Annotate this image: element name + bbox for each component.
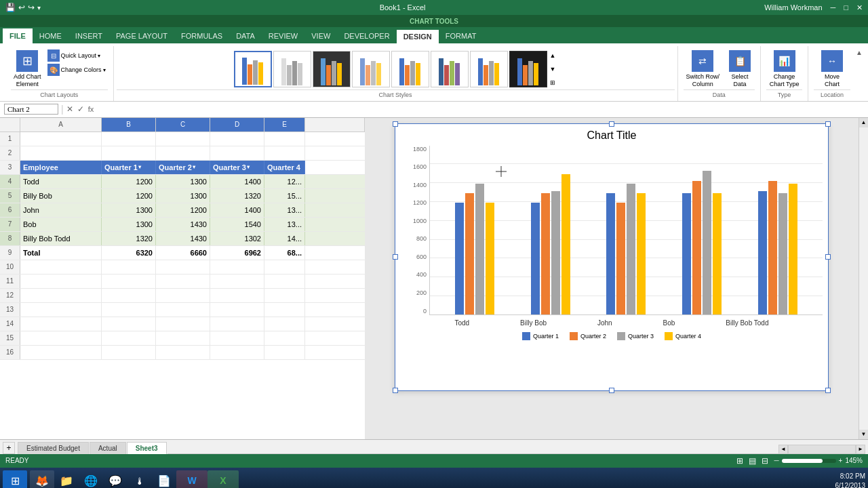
col-header-b[interactable]: B [102,118,156,131]
tab-formulas[interactable]: FORMULAS [174,28,229,43]
change-colors-button[interactable]: 🎨 Change Colors ▾ [45,63,108,77]
scroll-up[interactable]: ▲ [859,118,868,127]
chart-style-1[interactable] [234,51,272,87]
chart-style-7[interactable] [470,51,508,87]
row-7[interactable]: 7 Bob 1300 1430 1540 13... [0,218,365,232]
x-axis-label: Todd [454,319,469,327]
formula-input[interactable] [98,105,864,113]
view-layout-icon[interactable]: ▤ [749,456,756,466]
bar[interactable] [531,203,540,314]
bar[interactable] [465,193,474,314]
bar[interactable] [486,203,494,314]
bar-group[interactable] [682,171,722,314]
tab-insert[interactable]: INSERT [68,28,109,43]
sheet-tab-actual[interactable]: Actual [90,442,126,454]
bar-group[interactable] [455,184,494,314]
bar[interactable] [789,184,797,314]
col-header-a[interactable]: A [20,118,102,131]
view-page-break-icon[interactable]: ⊟ [762,456,768,466]
function-icon[interactable]: fx [88,105,94,113]
tab-data[interactable]: DATA [229,28,262,43]
row-5[interactable]: 5 Billy Bob 1200 1300 1320 15... [0,189,365,203]
scroll-right[interactable]: ► [856,445,865,454]
taskbar-app4-btn[interactable]: 🌡 [127,470,152,488]
zoom-in-icon[interactable]: + [839,457,843,464]
bar[interactable] [455,203,464,314]
tab-page-layout[interactable]: PAGE LAYOUT [109,28,174,43]
select-data-button[interactable]: 📋 SelectData [725,49,755,89]
undo-icon[interactable]: ↩ [18,3,25,12]
bar[interactable] [778,193,787,314]
sheet-tab-sheet3[interactable]: Sheet3 [127,442,167,454]
tab-review[interactable]: REVIEW [262,28,304,43]
view-normal-icon[interactable]: ⊞ [736,456,743,466]
bar[interactable] [606,193,615,314]
bar-group[interactable] [758,181,797,314]
row-6[interactable]: 6 John 1300 1200 1400 13... [0,203,365,218]
maximize-btn[interactable]: □ [844,3,848,12]
tab-design[interactable]: DESIGN [397,28,439,43]
chart-area[interactable]: Chart Title 1800 1600 1400 1200 1000 800… [395,123,829,391]
row-4[interactable]: 4 Todd 1200 1300 1400 12... [0,175,365,189]
add-chart-element-button[interactable]: ⊞ Add ChartElement [11,49,44,89]
minimize-btn[interactable]: ─ [831,3,836,12]
row-8[interactable]: 8 Billy Bob Todd 1320 1430 1302 14... [0,232,365,246]
bar-group[interactable] [606,184,646,314]
taskbar-excel-btn[interactable]: X [208,470,239,488]
chart-style-5[interactable] [391,51,429,87]
bar-group[interactable] [531,174,570,314]
bar[interactable] [475,184,484,314]
confirm-icon[interactable]: ✓ [77,104,84,114]
taskbar-firefox-btn[interactable]: 🦊 [30,470,54,488]
customize-icon[interactable]: ▾ [37,4,41,12]
switch-row-col-button[interactable]: ⇄ Switch Row/Column [684,49,723,89]
cancel-icon[interactable]: ✕ [66,104,73,114]
tab-developer[interactable]: DEVELOPER [337,28,396,43]
bar[interactable] [616,203,625,314]
col-header-c[interactable]: C [156,118,210,131]
chart-style-3[interactable] [313,51,351,87]
bar[interactable] [703,171,711,314]
scroll-left[interactable]: ◄ [778,445,788,454]
chart-title[interactable]: Chart Title [401,129,823,142]
bar[interactable] [637,193,646,314]
bar[interactable] [692,181,701,314]
col-header-e[interactable]: E [264,118,305,131]
scroll-down[interactable]: ▼ [859,430,868,439]
close-btn[interactable]: ✕ [856,3,863,12]
bar[interactable] [561,174,570,314]
bar[interactable] [551,191,560,314]
tab-file[interactable]: FILE [3,28,33,43]
name-box[interactable] [4,104,58,115]
change-chart-type-button[interactable]: 📊 ChangeChart Type [767,49,802,89]
taskbar-word-btn[interactable]: W [176,470,208,488]
tab-view[interactable]: VIEW [304,28,337,43]
taskbar-chrome-btn[interactable]: 🌐 [79,470,103,488]
new-sheet-btn[interactable]: + [3,442,15,454]
taskbar-folder-btn[interactable]: 📁 [54,470,79,488]
sheet-tab-estimated-budget[interactable]: Estimated Budget [18,442,89,454]
quick-layout-button[interactable]: ⊟ Quick Layout ▾ [45,49,108,62]
ribbon-collapse-btn[interactable]: ▲ [856,49,863,56]
bar[interactable] [768,181,777,314]
chart-style-8[interactable] [509,51,547,87]
chart-style-4[interactable] [352,51,390,87]
chart-styles-more[interactable]: ▲ ▼ ⊞ [549,51,557,87]
redo-icon[interactable]: ↪ [28,3,35,12]
tab-home[interactable]: HOME [33,28,68,43]
tab-format[interactable]: FORMAT [439,28,484,43]
start-button[interactable]: ⊞ [3,470,27,488]
bar[interactable] [541,193,550,314]
bar[interactable] [758,191,767,314]
chart-style-6[interactable] [431,51,469,87]
bar[interactable] [627,184,635,314]
taskbar-acrobat-btn[interactable]: 📄 [152,470,176,488]
move-chart-button[interactable]: ↔ MoveChart [815,49,849,89]
zoom-out-icon[interactable]: ─ [774,457,778,464]
taskbar-skype-btn[interactable]: 💬 [103,470,127,488]
save-icon[interactable]: 💾 [5,3,16,12]
chart-style-2[interactable] [273,51,311,87]
bar[interactable] [713,193,722,314]
col-header-d[interactable]: D [210,118,264,131]
bar[interactable] [682,193,691,314]
